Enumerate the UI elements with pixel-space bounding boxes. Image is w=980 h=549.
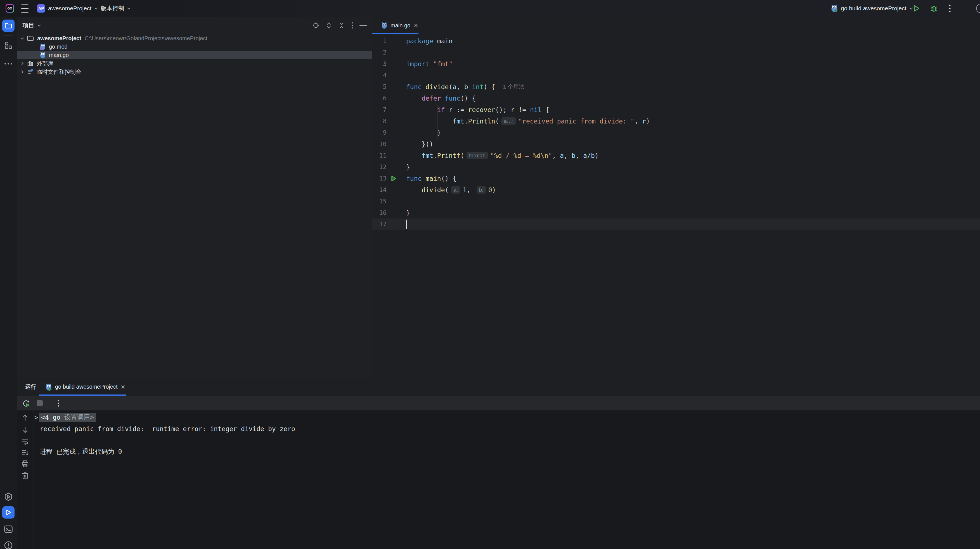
run-button[interactable] [912,0,920,17]
chevron-collapsed-icon[interactable] [21,62,24,65]
code-token: , [552,152,560,159]
run-tab[interactable]: go build awesomeProject [41,378,129,396]
code-line[interactable]: 3import "fmt" [372,58,980,70]
project-avatar: AP [37,4,45,13]
problems-tool-window-button[interactable] [4,541,13,549]
terminal-icon [4,525,13,534]
go-gopher-run-icon [831,5,838,12]
editor-area[interactable]: main.go 1package main23import "fmt"45fun… [372,17,980,378]
goland-logo[interactable]: GO [6,0,14,17]
code-line[interactable]: 1package main [372,35,980,47]
code-line[interactable]: 7 if r := recover(); r != nil { [372,104,980,115]
tab-label: main.go [390,22,410,29]
run-gutter-icon[interactable] [387,175,406,182]
kebab-icon [57,399,59,407]
console-line[interactable]: received panic from divide: runtime erro… [33,423,980,435]
chevron-expanded-icon[interactable] [21,37,24,40]
stop-button[interactable] [35,399,44,407]
debug-button[interactable] [930,0,938,17]
run-panel: 运行 go build awesomeProject [17,378,980,549]
collapse-all-icon[interactable] [338,22,345,29]
chevron-collapsed-icon[interactable] [21,70,24,74]
inlay-hint-chip[interactable]: b: [477,186,486,194]
services-tool-window-button[interactable] [4,492,13,501]
chevron-down-icon[interactable] [37,24,41,27]
code-token: int [472,83,484,90]
code-editor[interactable]: 1package main23import "fmt"45func divide… [372,35,980,230]
code-token: ( [445,186,449,194]
ellipsis-icon [4,63,13,65]
code-line[interactable]: 2 [372,47,980,58]
close-icon[interactable] [414,23,418,28]
code-line[interactable]: 5func divide(a, b int) {1 个用法 [372,81,980,92]
inlay-hint-chip[interactable]: format: [466,152,488,159]
project-widget[interactable]: AP awesomeProject [37,0,98,17]
soft-wrap-button[interactable] [21,437,29,446]
console[interactable]: ><4 go 设置调用>received panic from divide: … [17,411,980,549]
console-line[interactable]: 进程 已完成，退出代码为 0 [33,446,980,457]
scroll-to-end-button[interactable] [21,448,29,457]
code-line[interactable]: 4 [372,70,980,81]
usages-hint[interactable]: 1 个用法 [503,83,525,90]
console-line[interactable] [33,435,980,446]
code-token: fmt [453,117,464,125]
console-line[interactable]: ><4 go 设置调用> [33,411,980,423]
code-line[interactable]: 14 divide(a:1, b:0) [372,184,980,195]
locate-file-icon[interactable] [312,22,319,29]
editor-tab-maingo[interactable]: main.go [377,17,423,34]
fold-expand-icon[interactable]: > [34,414,38,421]
code-token: ( [449,83,453,90]
code-line[interactable]: 17 [372,219,980,230]
inlay-hint-chip[interactable]: a…: [501,117,516,125]
code-token: \n [541,152,549,159]
folded-command-chip[interactable]: <4 go 设置调用> [39,413,96,422]
clear-console-button[interactable] [21,471,29,480]
code-line[interactable]: 12} [372,161,980,173]
code-token: } [406,209,410,217]
code-token: divide [422,186,445,194]
code-token: Printf [437,152,460,159]
line-number: 17 [372,221,387,228]
chip-text-dim: 设置调用> [64,413,94,422]
tree-row-scratches[interactable]: 临时文件和控制台 [17,68,372,76]
code-line[interactable]: 10 }() [372,138,980,150]
tree-row-external-libraries[interactable]: 外部库 [17,59,372,68]
code-token: . [433,152,437,159]
tree-row-maingo-selected[interactable]: main.go [17,51,372,59]
code-line[interactable]: 6 defer func() { [372,92,980,104]
console-output[interactable]: ><4 go 设置调用>received panic from divide: … [33,411,980,457]
close-icon[interactable] [121,385,125,389]
structure-tool-window-button[interactable] [4,41,13,50]
more-actions-button[interactable] [949,0,951,17]
code-line[interactable]: 16} [372,207,980,219]
kebab-icon[interactable] [351,22,353,29]
inlay-hint-chip[interactable]: a: [451,186,460,194]
code-line[interactable]: 8 fmt.Println(a…:"received panic from di… [372,115,980,127]
main-menu-button[interactable] [21,0,29,17]
line-number: 14 [372,186,387,194]
prev-occurrence-button[interactable] [21,414,29,422]
code-token: () { [460,95,476,102]
rerun-button[interactable] [22,399,30,407]
code-line[interactable]: 9 } [372,127,980,138]
code-line[interactable]: 13func main() { [372,173,980,184]
next-occurrence-button[interactable] [21,425,29,434]
run-tool-window-button[interactable] [2,506,14,519]
tree-row-gomod[interactable]: go.mod [17,43,372,51]
stripe-divider [4,35,13,36]
code-line[interactable]: 11 fmt.Printf(format:"%d / %d = %d\n", a… [372,150,980,161]
code-line[interactable]: 15 [372,195,980,207]
library-icon [27,60,33,67]
line-number: 2 [372,49,387,56]
hide-panel-icon[interactable] [360,25,367,26]
console-more-actions-button[interactable] [54,399,63,407]
terminal-tool-window-button[interactable] [4,525,13,534]
more-tool-windows-button[interactable] [4,59,13,68]
run-configuration-selector[interactable]: go build awesomeProject [831,0,913,17]
expand-all-icon[interactable] [325,22,332,29]
tree-row-root[interactable]: awesomeProject C:\Users\meowr\GolandProj… [17,34,372,43]
project-tool-window-button[interactable] [2,19,14,32]
print-button[interactable] [21,460,29,468]
vcs-widget[interactable]: 版本控制 [101,0,131,17]
code-token: ( [495,117,499,125]
